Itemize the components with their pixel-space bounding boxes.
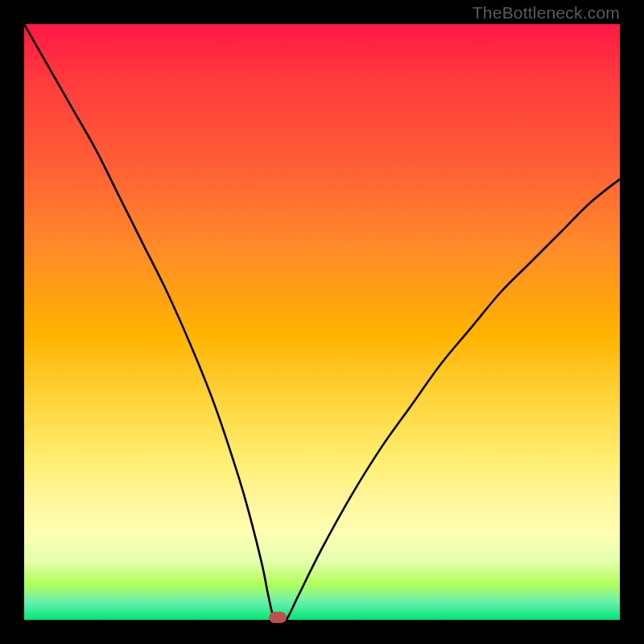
bottleneck-marker: [269, 612, 287, 623]
chart-frame: TheBottleneck.com: [0, 0, 644, 644]
watermark-text: TheBottleneck.com: [473, 3, 620, 23]
plot-area: [24, 24, 620, 620]
bottleneck-curve: [24, 24, 620, 620]
